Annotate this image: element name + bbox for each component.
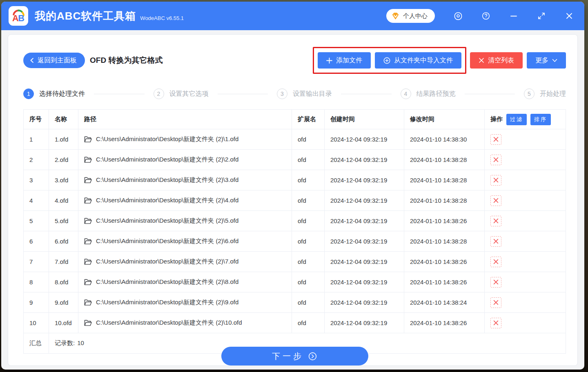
cell-modified: 2024-01-10 14:38:26 xyxy=(404,252,485,272)
title-bar: A B 我的ABC软件工具箱 WodeABC v6.55.1 个人中心 xyxy=(1,2,584,30)
add-files-label: 添加文件 xyxy=(336,56,362,65)
cell-index: 7 xyxy=(24,252,49,272)
cell-created: 2024-12-04 09:32:19 xyxy=(325,211,404,231)
help-icon[interactable] xyxy=(481,11,490,20)
record-count-label: 记录数: xyxy=(55,339,75,346)
step-2: 2设置其它选项 xyxy=(154,89,209,99)
step-4: 4结果路径预览 xyxy=(401,89,456,99)
cell-index: 2 xyxy=(24,150,49,170)
file-table-wrap: 序号 名称 路径 扩展名 创建时间 修改时间 操作 过滤 排序 xyxy=(23,109,566,354)
table-row: 77.ofd C:\Users\Administrator\Desktop\新建… xyxy=(24,252,566,272)
cell-actions xyxy=(485,190,566,211)
cell-actions xyxy=(485,272,566,292)
delete-row-button[interactable] xyxy=(490,277,501,288)
header-path: 路径 xyxy=(78,110,292,129)
arrow-right-circle-icon xyxy=(308,352,317,361)
clear-list-button[interactable]: 清空列表 xyxy=(470,52,523,69)
cell-name: 10.ofd xyxy=(49,313,78,333)
app-version: WodeABC v6.55.1 xyxy=(140,15,184,21)
cell-actions xyxy=(485,170,566,190)
file-path: C:\Users\Administrator\Desktop\新建文件夹 (2)… xyxy=(96,135,238,143)
table-row: 66.ofd C:\Users\Administrator\Desktop\新建… xyxy=(24,231,566,252)
cell-index: 3 xyxy=(24,170,49,190)
chevron-left-icon xyxy=(29,58,34,63)
table-row: 99.ofd C:\Users\Administrator\Desktop\新建… xyxy=(24,292,566,313)
cell-actions xyxy=(485,150,566,170)
cell-path: C:\Users\Administrator\Desktop\新建文件夹 (2)… xyxy=(78,231,292,252)
table-row: 1010.ofd C:\Users\Administrator\Desktop\… xyxy=(24,313,566,333)
vip-badge-icon xyxy=(391,12,400,20)
import-from-folder-button[interactable]: 从文件夹中导入文件 xyxy=(375,52,461,69)
folder-icon xyxy=(84,136,92,143)
svg-text:B: B xyxy=(18,13,24,23)
folder-icon xyxy=(84,197,92,204)
file-path: C:\Users\Administrator\Desktop\新建文件夹 (2)… xyxy=(96,319,242,327)
cell-created: 2024-12-04 09:32:19 xyxy=(325,129,404,150)
cell-modified: 2024-01-10 14:38:26 xyxy=(404,272,485,292)
cell-path: C:\Users\Administrator\Desktop\新建文件夹 (2)… xyxy=(78,190,292,211)
sort-button[interactable]: 排序 xyxy=(530,114,551,125)
header-modified: 修改时间 xyxy=(404,110,485,129)
maximize-button[interactable] xyxy=(537,11,546,20)
cell-name: 1.ofd xyxy=(49,129,78,150)
cell-modified: 2024-01-10 14:38:26 xyxy=(404,211,485,231)
page-title: OFD 转换为其它格式 xyxy=(90,55,163,66)
header-index: 序号 xyxy=(24,110,49,129)
delete-row-button[interactable] xyxy=(490,318,501,328)
cell-created: 2024-12-04 09:32:19 xyxy=(325,313,404,333)
cell-created: 2024-12-04 09:32:19 xyxy=(325,272,404,292)
back-to-main-button[interactable]: 返回到主面板 xyxy=(23,53,85,68)
cell-ext: ofd xyxy=(292,292,325,313)
cell-ext: ofd xyxy=(292,129,325,150)
step-number: 2 xyxy=(154,89,164,99)
add-files-button[interactable]: 添加文件 xyxy=(318,52,371,69)
filter-button[interactable]: 过滤 xyxy=(506,114,527,125)
delete-row-button[interactable] xyxy=(490,195,501,206)
step-number: 5 xyxy=(524,89,535,99)
delete-row-button[interactable] xyxy=(490,236,501,247)
step-indicator: 1选择待处理文件2设置其它选项3设置输出目录4结果路径预览5开始处理 xyxy=(23,89,566,99)
table-row: 33.ofd C:\Users\Administrator\Desktop\新建… xyxy=(24,170,566,190)
delete-row-button[interactable] xyxy=(490,175,501,186)
table-row: 88.ofd C:\Users\Administrator\Desktop\新建… xyxy=(24,272,566,292)
cell-index: 8 xyxy=(24,272,49,292)
file-path: C:\Users\Administrator\Desktop\新建文件夹 (2)… xyxy=(96,278,238,286)
folder-icon xyxy=(84,238,92,245)
cell-path: C:\Users\Administrator\Desktop\新建文件夹 (2)… xyxy=(78,150,292,170)
delete-row-button[interactable] xyxy=(490,297,501,308)
close-button[interactable] xyxy=(565,11,574,20)
delete-row-button[interactable] xyxy=(490,216,501,226)
cell-index: 5 xyxy=(24,211,49,231)
cell-modified: 2024-01-10 14:38:26 xyxy=(404,313,485,333)
cell-index: 6 xyxy=(24,231,49,252)
folder-icon xyxy=(84,258,92,265)
folder-icon xyxy=(84,299,92,306)
file-path: C:\Users\Administrator\Desktop\新建文件夹 (2)… xyxy=(96,197,238,204)
plus-icon xyxy=(326,58,332,64)
cell-modified: 2024-01-10 14:38:30 xyxy=(404,129,485,150)
cell-ext: ofd xyxy=(292,190,325,211)
file-path: C:\Users\Administrator\Desktop\新建文件夹 (2)… xyxy=(96,258,238,266)
file-path: C:\Users\Administrator\Desktop\新建文件夹 (2)… xyxy=(96,176,238,184)
delete-row-button[interactable] xyxy=(490,134,501,145)
next-step-button[interactable]: 下一步 xyxy=(221,347,368,365)
cell-path: C:\Users\Administrator\Desktop\新建文件夹 (2)… xyxy=(78,211,292,231)
cell-ext: ofd xyxy=(292,231,325,252)
cell-actions xyxy=(485,211,566,231)
cell-index: 1 xyxy=(24,129,49,150)
table-row: 44.ofd C:\Users\Administrator\Desktop\新建… xyxy=(24,190,566,211)
cell-ext: ofd xyxy=(292,150,325,170)
more-button[interactable]: 更多 xyxy=(527,52,566,69)
step-label: 结果路径预览 xyxy=(416,90,456,98)
delete-row-button[interactable] xyxy=(490,155,501,165)
cell-created: 2024-12-04 09:32:19 xyxy=(325,231,404,252)
step-number: 3 xyxy=(277,89,287,99)
next-row: 下一步 xyxy=(23,347,566,365)
folder-icon xyxy=(84,319,92,326)
delete-row-button[interactable] xyxy=(490,257,501,267)
personal-center-button[interactable]: 个人中心 xyxy=(386,9,435,23)
settings-gear-icon[interactable] xyxy=(454,11,463,20)
minimize-button[interactable] xyxy=(509,11,518,20)
app-title: 我的ABC软件工具箱 xyxy=(35,9,136,23)
table-rows: 11.ofd C:\Users\Administrator\Desktop\新建… xyxy=(24,129,566,333)
